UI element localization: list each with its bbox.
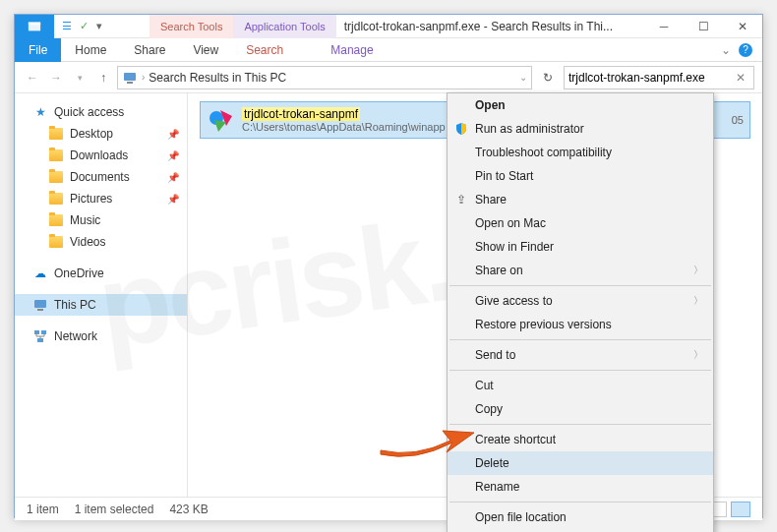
- folder-icon: [48, 126, 64, 142]
- ribbon-tabs: File Home Share View Search Manage ⌄ ?: [15, 38, 762, 62]
- pin-icon: 📌: [167, 194, 179, 205]
- svg-marker-11: [214, 120, 226, 132]
- nav-recent-dropdown[interactable]: ▾: [70, 68, 90, 88]
- folder-icon: [48, 148, 64, 163]
- quick-access-toolbar: ☰ ✓ ▾: [54, 20, 110, 32]
- window-controls: ─ ☐ ✕: [644, 15, 762, 38]
- ctx-open-location[interactable]: Open file location: [448, 505, 713, 529]
- system-menu-icon[interactable]: [15, 15, 54, 38]
- application-tools-header: Application Tools: [233, 15, 335, 38]
- quick-access-label: Quick access: [54, 105, 124, 119]
- clear-search-icon[interactable]: ✕: [732, 71, 749, 85]
- chevron-right-icon: 〉: [693, 294, 703, 308]
- ctx-rename[interactable]: Rename: [448, 475, 713, 499]
- nav-videos[interactable]: Videos: [15, 231, 187, 253]
- onedrive-icon: ☁: [32, 266, 48, 281]
- ctx-restore[interactable]: Restore previous versions: [448, 313, 713, 336]
- pc-icon: [32, 297, 48, 313]
- ctx-show-finder[interactable]: Show in Finder: [448, 235, 713, 259]
- search-box[interactable]: ✕: [564, 66, 754, 89]
- status-count: 1 item: [27, 502, 59, 516]
- nav-up-button[interactable]: ↑: [93, 68, 113, 88]
- ctx-share-on[interactable]: Share on〉: [448, 259, 713, 282]
- result-date: 05: [732, 114, 744, 126]
- help-icon[interactable]: ?: [739, 43, 752, 57]
- share-icon: ⇪: [453, 192, 469, 207]
- nav-network[interactable]: Network: [15, 325, 187, 347]
- ctx-open[interactable]: Open: [448, 93, 713, 117]
- separator: [449, 285, 711, 286]
- result-name: trjdlcot-trokan-sanpmf: [242, 107, 360, 121]
- svg-rect-1: [29, 22, 40, 25]
- ctx-delete[interactable]: Delete: [448, 451, 713, 475]
- nav-documents[interactable]: Documents📌: [15, 166, 187, 188]
- minimize-button[interactable]: ─: [644, 15, 684, 38]
- shield-icon: [453, 121, 469, 137]
- svg-rect-6: [34, 330, 39, 334]
- location-icon: [122, 70, 138, 86]
- share-tab[interactable]: Share: [120, 38, 179, 62]
- large-icons-view-icon[interactable]: [731, 502, 750, 517]
- ctx-send-to[interactable]: Send to〉: [448, 343, 713, 367]
- search-contextual-tab[interactable]: Search: [232, 38, 297, 62]
- ctx-cut[interactable]: Cut: [448, 374, 713, 397]
- annotation-arrow: [376, 415, 484, 469]
- ctx-troubleshoot[interactable]: Troubleshoot compatibility: [448, 141, 713, 164]
- ctx-open-mac[interactable]: Open on Mac: [448, 211, 713, 235]
- search-tools-header: Search Tools: [149, 15, 233, 38]
- folder-icon: [48, 169, 64, 185]
- separator: [449, 370, 711, 371]
- svg-rect-5: [37, 309, 43, 311]
- ctx-share[interactable]: ⇪Share: [448, 188, 713, 211]
- ribbon-expand-icon[interactable]: ⌄: [721, 43, 731, 57]
- address-text: Search Results in This PC: [149, 71, 286, 85]
- ctx-pin-start[interactable]: Pin to Start: [448, 164, 713, 188]
- svg-rect-8: [37, 338, 43, 342]
- folder-icon: [48, 212, 64, 228]
- svg-rect-2: [124, 73, 136, 81]
- result-text: trjdlcot-trokan-sanpmf C:\Users\tomas\Ap…: [242, 107, 446, 133]
- ctx-run-admin[interactable]: Run as administrator: [448, 117, 713, 141]
- manage-contextual-tab[interactable]: Manage: [317, 38, 387, 62]
- chevron-right-icon: 〉: [693, 264, 703, 277]
- refresh-button[interactable]: ↻: [536, 66, 560, 89]
- ctx-create-shortcut[interactable]: Create shortcut: [448, 428, 713, 451]
- nav-pictures[interactable]: Pictures📌: [15, 188, 187, 209]
- nav-desktop[interactable]: Desktop📌: [15, 123, 187, 145]
- separator: [449, 502, 711, 502]
- navigation-pane: ★ Quick access Desktop📌 Downloads📌 Docum…: [15, 93, 188, 497]
- separator: [449, 424, 711, 425]
- pin-icon: 📌: [167, 172, 179, 183]
- pin-icon: 📌: [167, 150, 179, 161]
- nav-music[interactable]: Music: [15, 209, 187, 231]
- close-button[interactable]: ✕: [723, 15, 762, 38]
- nav-this-pc[interactable]: This PC: [15, 294, 187, 316]
- status-size: 423 KB: [169, 502, 208, 516]
- qat-properties-icon[interactable]: ☰: [62, 20, 72, 32]
- file-tab[interactable]: File: [15, 38, 61, 62]
- window-title: trjdlcot-trokan-sanpmf.exe - Search Resu…: [336, 20, 644, 33]
- pin-icon: 📌: [167, 129, 179, 140]
- nav-downloads[interactable]: Downloads📌: [15, 145, 187, 166]
- folder-icon: [48, 191, 64, 207]
- network-icon: [32, 328, 48, 344]
- nav-forward-button[interactable]: →: [46, 68, 66, 88]
- view-tab[interactable]: View: [179, 38, 232, 62]
- address-bar[interactable]: › Search Results in This PC ⌄: [117, 66, 532, 89]
- nav-back-button[interactable]: ←: [23, 68, 42, 88]
- star-icon: ★: [32, 104, 48, 120]
- nav-onedrive[interactable]: ☁OneDrive: [15, 263, 187, 284]
- svg-rect-7: [41, 330, 46, 334]
- qat-dropdown-icon[interactable]: ▾: [96, 20, 102, 32]
- maximize-button[interactable]: ☐: [684, 15, 723, 38]
- ctx-give-access[interactable]: Give access to〉: [448, 289, 713, 313]
- context-menu: Open Run as administrator Troubleshoot c…: [447, 92, 714, 532]
- home-tab[interactable]: Home: [61, 38, 120, 62]
- qat-check-icon[interactable]: ✓: [80, 20, 89, 32]
- search-input[interactable]: [568, 71, 732, 85]
- svg-rect-3: [127, 82, 133, 84]
- quick-access-node[interactable]: ★ Quick access: [15, 101, 187, 123]
- ctx-copy[interactable]: Copy: [448, 397, 713, 421]
- svg-rect-4: [34, 300, 46, 308]
- chevron-right-icon: 〉: [693, 348, 703, 362]
